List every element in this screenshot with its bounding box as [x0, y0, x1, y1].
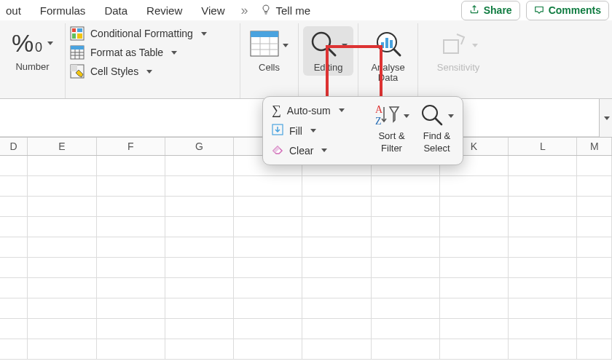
chevron-down-icon — [448, 114, 454, 118]
svg-point-30 — [423, 106, 437, 120]
editing-button[interactable]: Editing — [303, 26, 353, 76]
clear-button[interactable]: Clear — [272, 143, 364, 157]
sort-filter-icon: AZ — [374, 103, 400, 130]
svg-text:A: A — [375, 104, 383, 115]
cells-button[interactable]: Cells — [244, 26, 294, 76]
tab-layout-partial[interactable]: out — [3, 3, 24, 18]
svg-rect-14 — [251, 31, 278, 37]
col-header[interactable]: L — [509, 138, 577, 155]
format-as-table-label: Format as Table — [90, 47, 163, 58]
cells-icon — [250, 31, 279, 60]
analyse-data-icon — [374, 29, 403, 61]
svg-line-25 — [394, 50, 400, 55]
share-button[interactable]: Share — [461, 1, 520, 20]
svg-rect-6 — [71, 46, 84, 50]
chevron-down-icon — [146, 70, 152, 74]
svg-rect-26 — [444, 40, 458, 53]
group-styles: Conditional Formatting Format as Table C… — [66, 23, 240, 98]
conditional-formatting-label: Conditional Formatting — [90, 28, 193, 39]
tab-view[interactable]: View — [198, 3, 227, 18]
svg-rect-23 — [385, 38, 388, 48]
tell-me[interactable]: Tell me — [260, 4, 311, 17]
cell-styles-button[interactable]: Cell Styles — [70, 64, 152, 79]
spreadsheet-grid[interactable] — [0, 156, 612, 364]
group-number-label: Number — [15, 62, 49, 72]
autosum-button[interactable]: ∑ Auto-sum — [272, 103, 364, 118]
conditional-formatting-icon — [70, 26, 85, 41]
svg-rect-3 — [72, 33, 76, 39]
percent-icon: %0 — [12, 29, 42, 58]
svg-rect-12 — [71, 65, 77, 71]
tab-data[interactable]: Data — [101, 3, 130, 18]
group-cells: Cells — [240, 23, 299, 98]
svg-rect-4 — [77, 33, 82, 39]
group-editing: Editing — [299, 23, 358, 98]
comments-button[interactable]: Comments — [526, 1, 609, 20]
editing-label: Editing — [314, 63, 343, 73]
fill-label: Fill — [289, 125, 302, 137]
chevron-down-icon — [283, 44, 289, 47]
analyse-data-label: AnalyseData — [371, 63, 404, 84]
tabs-overflow-icon[interactable]: ›› — [241, 3, 247, 18]
cell-styles-icon — [70, 64, 85, 79]
chevron-down-icon — [472, 44, 478, 47]
svg-line-31 — [436, 119, 442, 124]
chevron-down-icon — [47, 41, 53, 45]
comment-icon — [534, 4, 544, 17]
share-label: Share — [484, 4, 512, 16]
ribbon: %0 Number Conditional Formatting Format … — [0, 20, 612, 99]
sensitivity-label: Sensitivity — [437, 63, 480, 73]
tab-formulas[interactable]: Formulas — [37, 3, 89, 18]
group-analyse-data: AnalyseData — [358, 23, 418, 98]
cells-label: Cells — [259, 63, 280, 73]
svg-rect-24 — [390, 40, 393, 48]
group-sensitivity: Sensitivity — [418, 23, 498, 98]
fill-icon — [272, 124, 283, 138]
sensitivity-button: Sensitivity — [431, 26, 486, 76]
chevron-down-icon — [171, 51, 177, 55]
lightbulb-icon — [260, 4, 272, 17]
sigma-icon: ∑ — [272, 103, 281, 118]
eraser-icon — [272, 143, 283, 157]
number-format-button[interactable]: %0 — [9, 26, 56, 60]
tell-me-label: Tell me — [276, 4, 311, 17]
share-icon — [469, 4, 479, 17]
svg-text:Z: Z — [375, 116, 382, 127]
svg-rect-22 — [381, 42, 384, 48]
sensitivity-icon — [439, 30, 468, 60]
svg-rect-1 — [72, 28, 76, 32]
tab-review[interactable]: Review — [144, 3, 185, 18]
chevron-down-icon — [604, 116, 610, 120]
find-select-icon — [420, 103, 444, 130]
col-header[interactable]: D — [0, 138, 28, 155]
formula-bar-expand[interactable] — [599, 99, 612, 137]
col-header[interactable]: G — [165, 138, 234, 155]
svg-rect-2 — [77, 28, 82, 32]
chevron-down-icon — [321, 149, 327, 152]
chevron-down-icon — [404, 114, 409, 118]
tab-bar: out Formulas Data Review View ›› Tell me… — [0, 0, 612, 20]
sort-filter-button[interactable]: AZ Sort & Filter — [374, 103, 409, 154]
chevron-down-icon — [310, 129, 316, 132]
format-as-table-button[interactable]: Format as Table — [70, 45, 177, 60]
editing-icon — [309, 29, 338, 61]
chevron-down-icon — [201, 32, 207, 36]
chevron-down-icon — [339, 108, 345, 112]
format-as-table-icon — [70, 45, 85, 60]
svg-line-20 — [328, 48, 335, 55]
editing-dropdown: ∑ Auto-sum Fill Clear AZ Sort & Filt — [262, 96, 463, 165]
clear-label: Clear — [289, 145, 313, 157]
col-header[interactable]: F — [97, 138, 165, 155]
col-header[interactable]: E — [28, 138, 96, 155]
find-select-button[interactable]: Find & Select — [420, 103, 454, 154]
col-header[interactable]: M — [577, 138, 612, 155]
analyse-data-button[interactable]: AnalyseData — [365, 26, 410, 87]
comments-label: Comments — [549, 4, 601, 16]
cell-styles-label: Cell Styles — [90, 66, 138, 77]
autosum-label: Auto-sum — [287, 105, 331, 116]
group-number: %0 Number — [0, 23, 66, 98]
conditional-formatting-button[interactable]: Conditional Formatting — [70, 26, 207, 41]
fill-button[interactable]: Fill — [272, 124, 364, 138]
chevron-down-icon — [342, 44, 348, 47]
